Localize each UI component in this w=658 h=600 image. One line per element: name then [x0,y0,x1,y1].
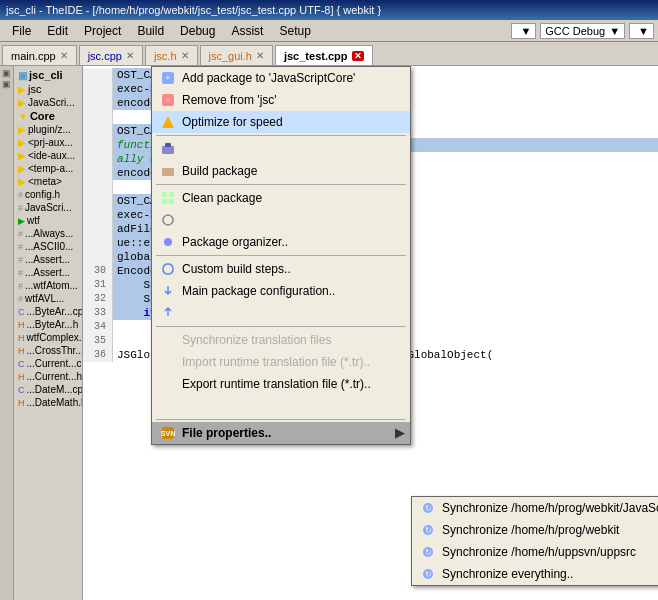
add-package-label: Add package to 'JavaScriptCore' [182,71,355,85]
cpp-icon-1: C [18,307,25,317]
menu-setup[interactable]: Setup [271,22,318,40]
menu-project[interactable]: Project [76,22,129,40]
svn-sync-webkit[interactable]: ↻ Synchronize /home/h/prog/webkit [412,519,658,541]
menu-debug[interactable]: Debug [172,22,223,40]
sidebar-file-wtf[interactable]: ▶ wtf [14,214,82,227]
menu-import-tr[interactable]: Main package configuration.. [152,280,410,302]
menu-main-config[interactable]: Package organizer.. [152,231,410,253]
sidebar-file-current-h[interactable]: H ...Current...h [14,370,82,383]
svn-sync-jsc-label: Synchronize /home/h/prog/webkit/JavaScri… [442,501,658,515]
menu-assist[interactable]: Assist [223,22,271,40]
icon-strip: ▣ ▣ [0,66,14,600]
svg-rect-8 [162,192,167,197]
menu-optimize[interactable]: Optimize for speed [152,111,410,133]
line-num [83,236,113,250]
tab-jsc-cpp-label: jsc.cpp [88,50,122,62]
sidebar-item-temp[interactable]: ▶ <temp-a... [14,162,82,175]
svg-rect-5 [162,146,174,154]
tab-jsc-h-label: jsc.h [154,50,177,62]
menu-file-props[interactable]: Synchronize translation files [152,329,410,351]
sidebar-file-datem-cpp[interactable]: C ...DateM...cpp [14,383,82,396]
menu-build[interactable] [152,138,410,160]
sidebar-item-javascript[interactable]: ▶ JavaScri... [14,96,82,109]
tab-main-cpp-label: main.cpp [11,50,56,62]
menu-patch[interactable] [152,395,410,417]
tab-jsc-gui-h-close[interactable]: ✕ [256,50,264,61]
sidebar-file-bytear-h[interactable]: H ...ByteAr...h [14,318,82,331]
datemath-h-label: ...DateMath.h [27,397,83,408]
menu-sync-translation[interactable]: Custom build steps.. [152,258,410,280]
temp-label: <temp-a... [28,163,73,174]
sidebar-file-assert1[interactable]: # ...Assert... [14,253,82,266]
sidebar-file-wtfatom[interactable]: # ...wtfAtom... [14,279,82,292]
hash-icon-1: # [18,190,23,200]
sidebar-file-complex[interactable]: H wtfComplex.h [14,331,82,344]
menu-remove[interactable]: - Remove from 'jsc' [152,89,410,111]
sidebar-item-core[interactable]: ▼ Core [14,109,82,123]
core-label: Core [30,110,55,122]
build-dropdown[interactable]: ▼ [629,23,654,39]
sidebar-item-meta[interactable]: ▶ <meta> [14,175,82,188]
sidebar-item-jsc-cli[interactable]: ▣ jsc_cli [14,66,82,82]
svn-sync-everything-label: Synchronize everything.. [442,567,573,581]
context-menu: + Add package to 'JavaScriptCore' - Remo… [151,66,411,445]
menu-file[interactable]: File [4,22,39,40]
folder-plugin-icon: ▶ [18,124,26,135]
menu-compare[interactable]: Export runtime translation file (*.tr).. [152,373,410,395]
cpp-icon-3: C [18,385,25,395]
menu-edit[interactable]: Edit [39,22,76,40]
svn-sync-everything[interactable]: ↻ Synchronize everything.. [412,563,658,585]
sidebar-item-plugin[interactable]: ▶ plugin/z... [14,123,82,136]
file-tree[interactable]: ▣ jsc_cli ▶ jsc ▶ JavaScri... ▼ Core ▶ p… [14,66,82,600]
target-dropdown[interactable]: ▼ [511,23,536,39]
tab-jsc-h[interactable]: jsc.h ✕ [145,45,198,65]
sync-trans-icon [160,261,176,277]
svn-sync-uppsrc-icon: ↻ [420,544,436,560]
sidebar-file-always[interactable]: # ...Always... [14,227,82,240]
svn-sync-jsc[interactable]: ↻ Synchronize /home/h/prog/webkit/JavaSc… [412,497,658,519]
sidebar-file-config-h[interactable]: # config.h [14,188,82,201]
menu-convert[interactable]: Import runtime translation file (*.tr).. [152,351,410,373]
menu-build[interactable]: Build [129,22,172,40]
tab-jsc-cpp[interactable]: jsc.cpp ✕ [79,45,143,65]
sidebar-item-ide-aux[interactable]: ▶ <ide-aux... [14,149,82,162]
svn-sync-webkit-icon: ↻ [420,522,436,538]
tab-jsc-cpp-close[interactable]: ✕ [126,50,134,61]
menu-custom-build[interactable] [152,209,410,231]
tab-jsc-test-cpp-label: jsc_test.cpp [284,50,348,62]
sidebar-file-crossthr[interactable]: H ...CrossThr...h [14,344,82,357]
sidebar-file-bytear-cpp[interactable]: C ...ByteAr...cpp [14,305,82,318]
line-num-35: 35 [83,334,113,348]
hash-icon-2: # [18,203,23,213]
sidebar-file-current-cpp[interactable]: C ...Current...cpp [14,357,82,370]
separator-4 [156,326,406,327]
menu-organizer[interactable]: Clean package [152,187,410,209]
menu-export-tr[interactable] [152,302,410,324]
menu-svn[interactable]: SVN File properties.. ▶ [152,422,410,444]
wtfatom-label: ...wtfAtom... [25,280,78,291]
line-num [83,110,113,124]
menu-add-package[interactable]: + Add package to 'JavaScriptCore' [152,67,410,89]
sidebar-file-datemath-h[interactable]: H ...DateMath.h [14,396,82,409]
sidebar-file-wtfavl[interactable]: # wtfAVL... [14,292,82,305]
tab-jsc-test-cpp[interactable]: jsc_test.cpp ✕ [275,45,373,65]
sidebar-file-javascript[interactable]: # JavaScri... [14,201,82,214]
svn-sync-uppsrc[interactable]: ↻ Synchronize /home/h/uppsvn/uppsrc [412,541,658,563]
sidebar-file-ascii[interactable]: # ...ASCII0... [14,240,82,253]
compiler-dropdown[interactable]: GCC Debug ▼ [540,23,625,39]
menu-clean[interactable]: Build package [152,160,410,182]
optimize-icon [160,114,176,130]
tab-main-cpp-close[interactable]: ✕ [60,50,68,61]
sidebar-item-jsc[interactable]: ▶ jsc [14,82,82,96]
config-h-label: config.h [25,189,60,200]
separator-3 [156,255,406,256]
remove-icon: - [160,92,176,108]
tab-jsc-test-cpp-close[interactable]: ✕ [352,51,364,61]
tab-main-cpp[interactable]: main.cpp ✕ [2,45,77,65]
core-icon: ▼ [18,111,28,122]
tab-jsc-gui-h[interactable]: jsc_gui.h ✕ [200,45,273,65]
sidebar-file-assert2[interactable]: # ...Assert... [14,266,82,279]
tab-jsc-h-close[interactable]: ✕ [181,50,189,61]
strip-icon-1: ▣ [2,68,11,78]
sidebar-item-prj-aux[interactable]: ▶ <prj-aux... [14,136,82,149]
